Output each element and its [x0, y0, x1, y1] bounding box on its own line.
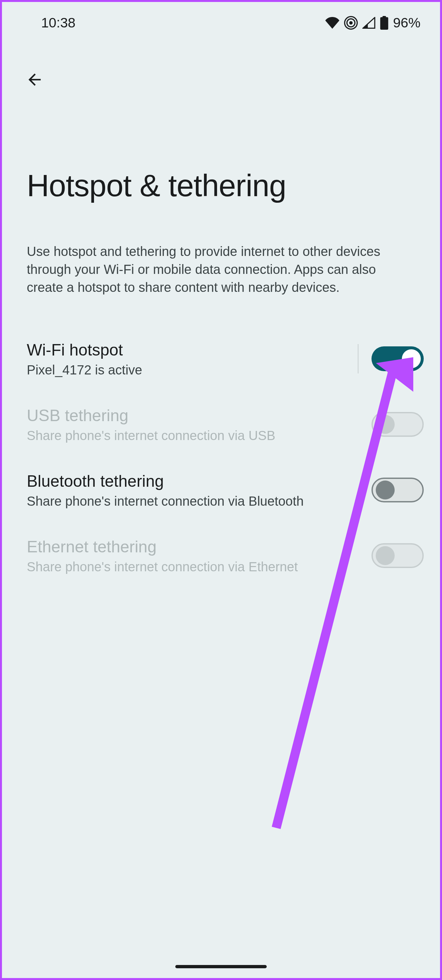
switch-knob [402, 349, 421, 368]
setting-title: Ethernet tethering [27, 537, 372, 556]
back-button[interactable] [22, 67, 48, 93]
app-frame: 10:38 96% Hotspot & tethering Use hotspo… [0, 0, 442, 980]
arrow-left-icon [25, 70, 44, 89]
svg-rect-3 [380, 17, 388, 30]
settings-list: Wi-Fi hotspot Pixel_4172 is active USB t… [2, 326, 440, 589]
svg-point-0 [349, 21, 353, 25]
page-title: Hotspot & tethering [27, 168, 440, 204]
hotspot-icon [344, 16, 358, 30]
status-time: 10:38 [41, 15, 75, 31]
status-bar: 10:38 96% [2, 2, 440, 37]
svg-rect-4 [383, 16, 386, 18]
setting-title: USB tethering [27, 406, 372, 425]
switch-knob [376, 480, 395, 500]
wifi-icon [325, 17, 340, 29]
setting-text: Ethernet tethering Share phone's interne… [27, 537, 372, 574]
status-icons: 96% [325, 15, 420, 31]
setting-wifi-hotspot[interactable]: Wi-Fi hotspot Pixel_4172 is active [2, 326, 440, 392]
page-description: Use hotspot and tethering to provide int… [27, 243, 414, 297]
usb-tethering-switch [372, 412, 424, 437]
setting-subtitle: Pixel_4172 is active [27, 363, 351, 377]
setting-text: Bluetooth tethering Share phone's intern… [27, 472, 372, 509]
nav-handle[interactable] [175, 965, 267, 968]
bluetooth-tethering-switch[interactable] [372, 477, 424, 503]
battery-percent: 96% [393, 15, 420, 31]
setting-ethernet-tethering: Ethernet tethering Share phone's interne… [2, 523, 440, 589]
setting-subtitle: Share phone's internet connection via Et… [27, 560, 372, 574]
switch-knob [376, 415, 395, 434]
ethernet-tethering-switch [372, 543, 424, 568]
battery-icon [380, 16, 388, 30]
setting-title: Wi-Fi hotspot [27, 340, 351, 360]
setting-subtitle: Share phone's internet connection via Bl… [27, 494, 372, 509]
setting-bluetooth-tethering[interactable]: Bluetooth tethering Share phone's intern… [2, 457, 440, 523]
setting-title: Bluetooth tethering [27, 472, 372, 491]
setting-subtitle: Share phone's internet connection via US… [27, 428, 372, 443]
divider [358, 344, 358, 374]
setting-text: Wi-Fi hotspot Pixel_4172 is active [27, 340, 351, 377]
wifi-hotspot-switch[interactable] [372, 346, 424, 371]
signal-icon [363, 17, 375, 29]
setting-usb-tethering: USB tethering Share phone's internet con… [2, 392, 440, 457]
switch-knob [376, 546, 395, 565]
setting-text: USB tethering Share phone's internet con… [27, 406, 372, 443]
